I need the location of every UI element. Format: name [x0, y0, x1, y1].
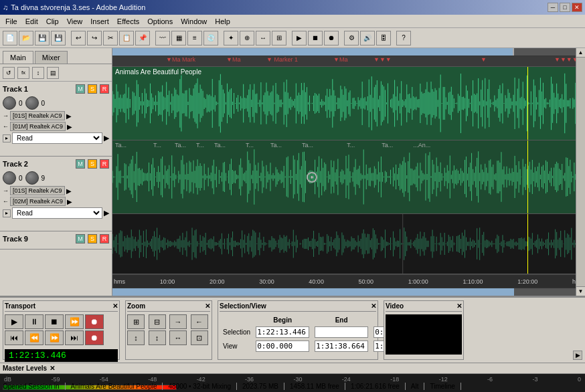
mini-fx[interactable]: fx: [17, 67, 29, 79]
multitrack-btn[interactable]: ≡: [187, 31, 202, 45]
rec2-button[interactable]: ⏺: [85, 330, 104, 345]
rew-button[interactable]: ⏪: [25, 330, 44, 345]
zoom-in-v[interactable]: ↕: [127, 330, 145, 345]
minimize-button[interactable]: ─: [548, 3, 558, 12]
selection-begin-input[interactable]: [256, 326, 309, 338]
play-btn[interactable]: ▶: [292, 31, 307, 45]
panel-expand-right[interactable]: ▶: [573, 351, 582, 360]
track-1-output[interactable]: [01M] Realtek AC9: [10, 122, 66, 131]
zoom-close[interactable]: ✕: [205, 302, 210, 310]
zoom-reset[interactable]: ⊡: [191, 330, 208, 345]
tab-mixer[interactable]: Mixer: [35, 51, 68, 64]
menu-view[interactable]: View: [63, 16, 87, 27]
vscroll-up[interactable]: ▲: [576, 48, 585, 58]
track-2-mode-select[interactable]: Read Write Off: [12, 207, 102, 219]
tool3[interactable]: ↔: [256, 31, 270, 45]
stop-btn[interactable]: ⏹: [308, 31, 323, 45]
track-2-rec[interactable]: R: [100, 159, 109, 169]
menu-insert[interactable]: Insert: [86, 16, 113, 27]
menu-options[interactable]: Options: [143, 16, 177, 27]
zoom-in-h[interactable]: ⊞: [127, 314, 145, 329]
track-2-vol-knob[interactable]: [3, 171, 16, 185]
tool4[interactable]: ⊞: [272, 31, 286, 45]
menu-effects[interactable]: Effects: [113, 16, 143, 27]
tool2[interactable]: ⊕: [240, 31, 254, 45]
record-button[interactable]: ⏺: [85, 314, 104, 329]
track-2-pan-knob[interactable]: [25, 171, 39, 185]
menu-window[interactable]: Window: [177, 16, 211, 27]
tab-main[interactable]: Main: [3, 51, 33, 64]
menu-clip[interactable]: Clip: [42, 16, 63, 27]
selection-close[interactable]: ✕: [371, 302, 376, 310]
track-1-rec[interactable]: R: [100, 84, 109, 94]
help-btn[interactable]: ?: [396, 31, 411, 45]
waveform-btn[interactable]: 〰: [155, 31, 170, 45]
master-levels-close[interactable]: ✕: [50, 365, 55, 372]
track-9-waveform[interactable]: [112, 214, 585, 274]
ff-button[interactable]: ⏩: [65, 314, 84, 329]
volume-btn[interactable]: 🔊: [360, 31, 375, 45]
selection-end-input[interactable]: [315, 326, 368, 338]
track-1-pan-knob[interactable]: [25, 96, 39, 110]
settings-btn[interactable]: ⚙: [344, 31, 359, 45]
track-2-waveform[interactable]: Ta... T... Ta... T... Ta... T... Ta... T…: [112, 140, 585, 214]
ffw-button[interactable]: ⏩: [45, 330, 64, 345]
hscrollbar-top[interactable]: [112, 48, 585, 56]
track-2-input[interactable]: [01S] Realtek AC9: [10, 186, 65, 195]
mini-snap[interactable]: ↕: [32, 67, 44, 79]
track-9-solo[interactable]: S: [88, 234, 97, 243]
paste-button[interactable]: 📌: [135, 31, 150, 45]
track-1-vol-knob[interactable]: [3, 96, 16, 110]
transport-close[interactable]: ✕: [112, 302, 118, 310]
track-9-rec[interactable]: R: [100, 234, 109, 243]
track-1-waveform[interactable]: Animals Are Beautiful People // Will be …: [112, 67, 585, 140]
menu-help[interactable]: Help: [211, 16, 234, 27]
play-button[interactable]: ▶: [5, 314, 23, 329]
track-1-input[interactable]: [01S] Realtek AC9: [10, 111, 65, 120]
vscroll-down[interactable]: ▼: [576, 286, 585, 296]
track-1-expand[interactable]: ▸: [3, 134, 11, 142]
redo-button[interactable]: ↪: [87, 31, 102, 45]
mini-meter[interactable]: ▤: [47, 67, 59, 79]
zoom-fit[interactable]: ↔: [169, 330, 187, 345]
mix-btn[interactable]: 🎛: [376, 31, 391, 45]
track-2-mute[interactable]: M: [76, 159, 85, 169]
new-button[interactable]: 📄: [3, 31, 17, 45]
zoom-out-h[interactable]: ⊟: [149, 314, 166, 329]
maximize-button[interactable]: □: [560, 3, 570, 12]
zoom-right[interactable]: →: [169, 314, 187, 329]
copy-button[interactable]: 📋: [119, 31, 134, 45]
vscrollbar[interactable]: ▲ ▼: [576, 48, 585, 296]
save-button[interactable]: 💾: [35, 31, 50, 45]
cd-btn[interactable]: 💿: [203, 31, 218, 45]
spectral-btn[interactable]: ▦: [171, 31, 186, 45]
undo-button[interactable]: ↩: [71, 31, 86, 45]
close-button[interactable]: ✕: [572, 3, 582, 12]
window-controls[interactable]: ─ □ ✕: [548, 3, 582, 12]
view-begin-input[interactable]: [256, 340, 309, 352]
track-2-solo[interactable]: S: [88, 159, 97, 169]
mini-refresh[interactable]: ↺: [3, 67, 15, 79]
tool1[interactable]: ✦: [224, 31, 238, 45]
menu-edit[interactable]: Edit: [21, 16, 42, 27]
track-1-solo[interactable]: S: [88, 84, 97, 94]
zoom-left[interactable]: ←: [191, 314, 208, 329]
toend-button[interactable]: ⏭: [65, 330, 84, 345]
view-end-input[interactable]: [315, 340, 368, 352]
cut-button[interactable]: ✂: [103, 31, 118, 45]
track-2-expand[interactable]: ▸: [3, 209, 11, 217]
track-9-mute[interactable]: M: [76, 234, 85, 243]
video-close[interactable]: ✕: [456, 302, 462, 310]
hscrollbar-bottom[interactable]: [112, 288, 585, 296]
stop-button[interactable]: ⏹: [45, 314, 64, 329]
tostart-button[interactable]: ⏮: [5, 330, 23, 345]
track-1-mode-select[interactable]: Read Write Off: [12, 132, 102, 144]
save-all-button[interactable]: 💾: [51, 31, 66, 45]
open-button[interactable]: 📂: [19, 31, 33, 45]
rec-btn[interactable]: ⏺: [324, 31, 339, 45]
track-2-output[interactable]: [02M] Realtek AC9: [10, 197, 66, 206]
zoom-out-v[interactable]: ↕: [149, 330, 166, 345]
menu-file[interactable]: File: [1, 16, 21, 27]
pause-button[interactable]: ⏸: [25, 314, 44, 329]
track-1-mute[interactable]: M: [76, 84, 85, 94]
